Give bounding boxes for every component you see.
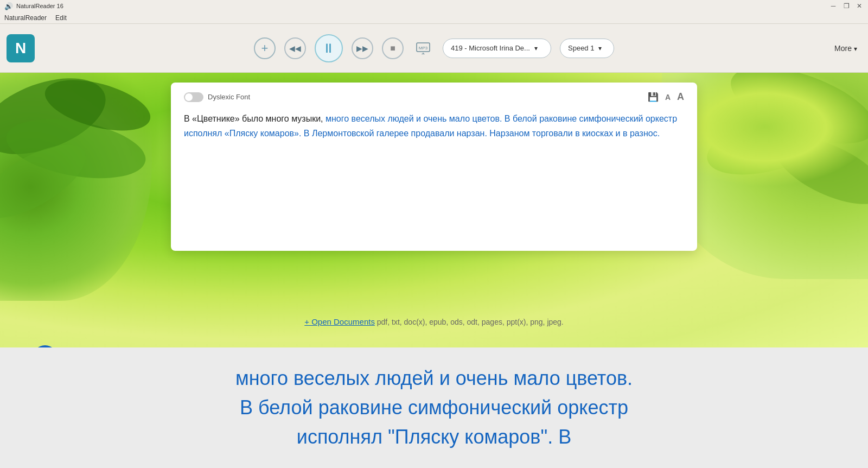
text-panel-toolbar: Dyslexic Font 💾 A A — [184, 91, 684, 103]
svg-point-7 — [700, 100, 840, 187]
voice-dropdown-chevron — [534, 44, 538, 52]
supported-formats: pdf, txt, doc(x), epub, ods, odt, pages,… — [375, 318, 564, 326]
dyslexic-font-toggle[interactable]: Dyslexic Font — [184, 92, 250, 102]
font-controls: 💾 A A — [648, 91, 684, 103]
voice-dropdown[interactable]: 419 - Microsoft Irina De... — [443, 39, 551, 58]
reading-text: много веселых людей и очень мало цветов.… — [228, 364, 640, 452]
leaf-left-decoration — [0, 73, 152, 301]
text-continuation: В Лермонтовской галерее продавали нарзан… — [301, 129, 660, 138]
open-documents-section: + Open Documents pdf, txt, doc(x), epub,… — [304, 317, 564, 326]
menu-bar: NaturalReader Edit — [0, 12, 868, 24]
mp3-export-button[interactable]: MP3 — [412, 37, 434, 59]
add-button[interactable]: + — [254, 37, 276, 59]
reading-panel: много веселых людей и очень мало цветов.… — [0, 347, 868, 468]
forward-button[interactable]: ▶▶ — [352, 37, 373, 59]
voice-label: 419 - Microsoft Irina De... — [451, 44, 530, 52]
font-increase-icon[interactable]: A — [677, 91, 684, 103]
speed-dropdown[interactable]: Speed 1 — [560, 39, 614, 58]
title-bar-controls: ─ ❐ ✕ — [829, 2, 864, 10]
title-bar: 🔊 NaturalReader 16 ─ ❐ ✕ — [0, 0, 868, 12]
more-chevron — [854, 44, 857, 53]
text-content: В «Цветнике» было много музыки, много ве… — [184, 111, 684, 141]
speed-dropdown-chevron — [598, 44, 602, 52]
minimize-button[interactable]: ─ — [829, 2, 838, 10]
open-documents-link[interactable]: + Open Documents — [304, 317, 375, 326]
stop-button[interactable]: ■ — [382, 37, 404, 59]
save-icon[interactable]: 💾 — [648, 92, 659, 102]
dyslexic-toggle-switch[interactable] — [184, 92, 203, 102]
dyslexic-font-label: Dyslexic Font — [208, 93, 250, 101]
more-button[interactable]: More — [834, 44, 857, 53]
speed-label: Speed 1 — [568, 44, 594, 52]
svg-text:MP3: MP3 — [419, 46, 428, 50]
close-button[interactable]: ✕ — [855, 2, 864, 10]
restore-button[interactable]: ❐ — [842, 2, 851, 10]
app-logo: N — [7, 34, 35, 62]
toolbar: N + ◀◀ ⏸ ▶▶ ■ MP3 419 - Microsoft Irina … — [0, 24, 868, 73]
app-title: NaturalReader 16 — [16, 3, 63, 9]
more-label: More — [834, 44, 852, 53]
main-content: Dyslexic Font 💾 A A В «Цветнике» было мн… — [0, 73, 868, 468]
text-panel: Dyslexic Font 💾 A A В «Цветнике» было мн… — [171, 83, 697, 251]
menu-naturalreader[interactable]: NaturalReader — [4, 14, 47, 22]
title-bar-left: 🔊 NaturalReader 16 — [4, 2, 63, 10]
pause-button[interactable]: ⏸ — [315, 34, 343, 62]
font-decrease-icon[interactable]: A — [665, 93, 671, 102]
rewind-button[interactable]: ◀◀ — [284, 37, 306, 59]
menu-edit[interactable]: Edit — [55, 14, 67, 22]
app-icon: 🔊 — [4, 2, 13, 10]
text-before-highlight: В «Цветнике» было много музыки, — [184, 114, 326, 123]
